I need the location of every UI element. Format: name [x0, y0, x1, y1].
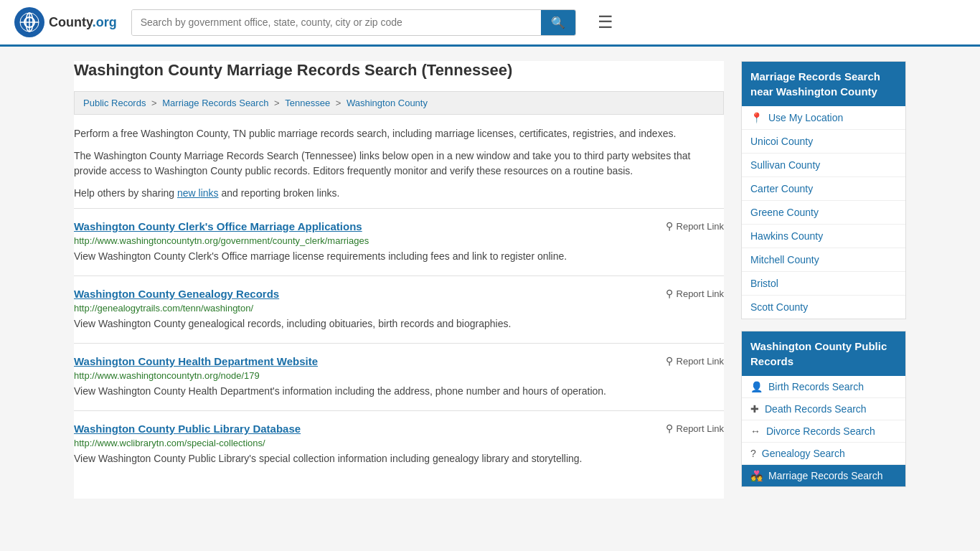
- sidebar-item-divorce[interactable]: ↔ Divorce Records Search: [742, 420, 905, 443]
- main-container: Washington County Marriage Records Searc…: [60, 47, 920, 513]
- records-title: Washington County Public Records: [742, 331, 905, 376]
- search-input[interactable]: [132, 10, 541, 35]
- sidebar-item-greene[interactable]: Greene County: [742, 201, 905, 225]
- question-icon: ?: [750, 448, 756, 459]
- breadcrumb: Public Records > Marriage Records Search…: [74, 91, 724, 115]
- sidebar-item-hawkins[interactable]: Hawkins County: [742, 225, 905, 248]
- sidebar-item-scott[interactable]: Scott County: [742, 296, 905, 319]
- result-title-link[interactable]: Washington County Health Department Webs…: [74, 355, 318, 367]
- sidebar-item-marriage[interactable]: 💑 Marriage Records Search: [742, 465, 905, 486]
- breadcrumb-marriage-records[interactable]: Marriage Records Search: [162, 98, 268, 108]
- result-title-link[interactable]: Washington County Public Library Databas…: [74, 423, 301, 435]
- nearby-title: Marriage Records Search near Washington …: [742, 62, 905, 106]
- result-url: http://www.wclibrarytn.com/special-colle…: [74, 438, 724, 448]
- breadcrumb-public-records[interactable]: Public Records: [83, 98, 146, 108]
- page-title: Washington County Marriage Records Searc…: [74, 61, 724, 80]
- death-records-link[interactable]: Death Records Search: [765, 403, 867, 415]
- public-records-section: Washington County Public Records 👤 Birth…: [741, 331, 906, 487]
- description-para3: Help others by sharing new links and rep…: [74, 186, 724, 201]
- result-title-link[interactable]: Washington County Clerk's Office Marriag…: [74, 220, 362, 232]
- sidebar-item-mitchell[interactable]: Mitchell County: [742, 248, 905, 272]
- search-bar[interactable]: 🔍: [131, 9, 576, 36]
- report-icon: ⚲: [666, 355, 673, 367]
- breadcrumb-tennessee[interactable]: Tennessee: [285, 98, 330, 108]
- location-pin-icon: 📍: [750, 112, 763, 123]
- sullivan-county-link[interactable]: Sullivan County: [750, 159, 820, 171]
- mitchell-county-link[interactable]: Mitchell County: [750, 254, 819, 265]
- carter-county-link[interactable]: Carter County: [750, 183, 813, 194]
- result-description: View Washington County Health Department…: [74, 384, 724, 399]
- arrows-icon: ↔: [750, 425, 760, 437]
- report-link-button[interactable]: ⚲ Report Link: [666, 423, 724, 434]
- description-para1: Perform a free Washington County, TN pub…: [74, 126, 724, 141]
- search-button[interactable]: 🔍: [541, 10, 575, 35]
- bristol-link[interactable]: Bristol: [750, 278, 778, 289]
- sidebar-item-sullivan[interactable]: Sullivan County: [742, 154, 905, 177]
- result-item: Washington County Genealogy Records ⚲ Re…: [74, 276, 724, 343]
- result-url: http://www.washingtoncountytn.org/govern…: [74, 235, 724, 246]
- nearby-section: Marriage Records Search near Washington …: [741, 61, 906, 319]
- result-item: Washington County Clerk's Office Marriag…: [74, 208, 724, 276]
- sidebar-item-birth[interactable]: 👤 Birth Records Search: [742, 376, 905, 398]
- report-icon: ⚲: [666, 220, 673, 232]
- greene-county-link[interactable]: Greene County: [750, 207, 819, 218]
- sidebar-item-carter[interactable]: Carter County: [742, 177, 905, 201]
- result-title-link[interactable]: Washington County Genealogy Records: [74, 288, 279, 300]
- unicoi-county-link[interactable]: Unicoi County: [750, 136, 813, 147]
- report-link-button[interactable]: ⚲ Report Link: [666, 355, 724, 367]
- report-link-button[interactable]: ⚲ Report Link: [666, 288, 724, 299]
- person-icon: 👤: [750, 381, 763, 392]
- result-url: http://www.washingtoncountytn.org/node/1…: [74, 370, 724, 381]
- result-item: Washington County Public Library Databas…: [74, 410, 724, 478]
- sidebar-item-genealogy[interactable]: ? Genealogy Search: [742, 443, 905, 465]
- scott-county-link[interactable]: Scott County: [750, 301, 808, 313]
- report-icon: ⚲: [666, 423, 673, 434]
- content-area: Washington County Marriage Records Searc…: [74, 61, 724, 499]
- cross-icon: ✚: [750, 403, 759, 415]
- report-link-button[interactable]: ⚲ Report Link: [666, 220, 724, 232]
- birth-records-link[interactable]: Birth Records Search: [768, 381, 864, 392]
- result-url: http://genealogytrails.com/tenn/washingt…: [74, 303, 724, 314]
- logo-icon: [14, 7, 44, 37]
- sidebar-item-bristol[interactable]: Bristol: [742, 272, 905, 296]
- sidebar-item-unicoi[interactable]: Unicoi County: [742, 130, 905, 154]
- breadcrumb-washington-county[interactable]: Washington County: [347, 98, 428, 108]
- menu-icon[interactable]: ☰: [598, 12, 613, 32]
- result-item: Washington County Health Department Webs…: [74, 343, 724, 410]
- hawkins-county-link[interactable]: Hawkins County: [750, 230, 823, 242]
- result-description: View Washington County genealogical reco…: [74, 316, 724, 331]
- sidebar-item-death[interactable]: ✚ Death Records Search: [742, 398, 905, 420]
- new-links-link[interactable]: new links: [177, 187, 219, 199]
- site-logo[interactable]: County.org: [14, 7, 117, 37]
- logo-text: County.org: [49, 15, 117, 30]
- marriage-icon: 💑: [750, 470, 763, 481]
- marriage-records-link[interactable]: Marriage Records Search: [768, 470, 883, 481]
- use-my-location-link[interactable]: Use My Location: [768, 112, 843, 123]
- result-description: View Washington County Public Library's …: [74, 451, 724, 466]
- sidebar: Marriage Records Search near Washington …: [741, 61, 906, 499]
- sidebar-item-use-location[interactable]: 📍 Use My Location: [742, 106, 905, 130]
- divorce-records-link[interactable]: Divorce Records Search: [766, 425, 875, 437]
- genealogy-search-link[interactable]: Genealogy Search: [762, 448, 845, 459]
- description-para2: The Washington County Marriage Records S…: [74, 149, 724, 179]
- site-header: County.org 🔍 ☰: [0, 0, 980, 47]
- report-icon: ⚲: [666, 288, 673, 299]
- result-description: View Washington County Clerk's Office ma…: [74, 249, 724, 264]
